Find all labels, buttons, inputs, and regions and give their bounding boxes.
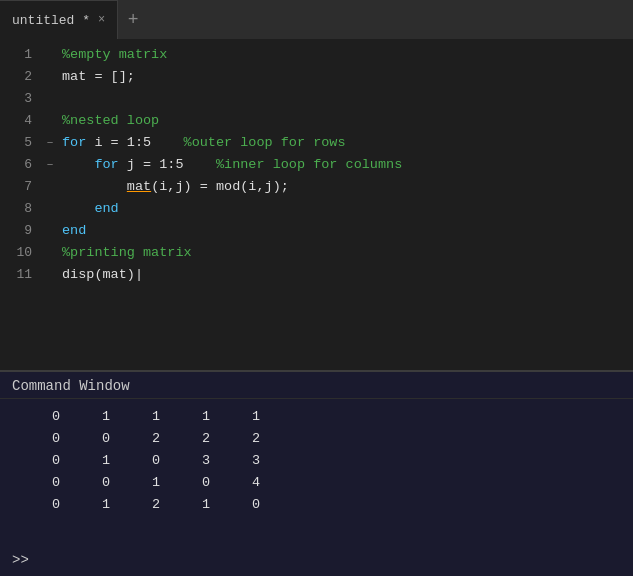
output-row: 01210 (20, 495, 633, 515)
output-cell: 0 (70, 429, 120, 449)
output-cell: 0 (20, 407, 70, 427)
line-5-content: for i = 1:5 %outer loop for rows (58, 132, 346, 154)
output-row: 00222 (20, 429, 633, 449)
line-2-content: mat = []; (58, 66, 135, 88)
code-line-9: 9 end (0, 220, 633, 242)
output-cell: 1 (220, 407, 270, 427)
output-cell: 0 (20, 429, 70, 449)
command-prompt[interactable]: >> (0, 544, 633, 576)
tab-label: untitled * (12, 13, 90, 28)
tab-bar: untitled * × + (0, 0, 633, 40)
output-cell: 2 (120, 495, 170, 515)
output-row: 00104 (20, 473, 633, 493)
line-9-content: end (58, 220, 86, 242)
code-line-4: 4 %nested loop (0, 110, 633, 132)
fold-5[interactable]: − (42, 132, 58, 154)
output-cell: 0 (70, 473, 120, 493)
output-row: 01033 (20, 451, 633, 471)
code-line-3: 3 (0, 88, 633, 110)
line-number-9: 9 (0, 220, 42, 242)
output-cell: 1 (120, 407, 170, 427)
command-window: Command Window 0111100222010330010401210… (0, 370, 633, 576)
tab-untitled[interactable]: untitled * × (0, 0, 118, 39)
command-output: 0111100222010330010401210 (0, 399, 633, 544)
line-8-content: end (58, 198, 119, 220)
line-11-content: disp(mat)| (58, 264, 143, 286)
output-cell: 0 (20, 473, 70, 493)
line-number-10: 10 (0, 242, 42, 264)
line-number-1: 1 (0, 44, 42, 66)
output-cell: 0 (120, 451, 170, 471)
code-line-1: 1 %empty matrix (0, 44, 633, 66)
output-cell: 3 (220, 451, 270, 471)
tab-add-button[interactable]: + (118, 0, 148, 39)
line-1-content: %empty matrix (58, 44, 167, 66)
command-window-title: Command Window (0, 372, 633, 399)
editor-area: 1 %empty matrix 2 mat = []; 3 4 %nested … (0, 40, 633, 370)
output-cell: 1 (170, 495, 220, 515)
code-line-7: 7 mat(i,j) = mod(i,j); (0, 176, 633, 198)
output-cell: 2 (220, 429, 270, 449)
output-cell: 4 (220, 473, 270, 493)
code-line-5: 5 − for i = 1:5 %outer loop for rows (0, 132, 633, 154)
code-line-11: 11 disp(mat)| (0, 264, 633, 286)
code-line-10: 10 %printing matrix (0, 242, 633, 264)
line-4-content: %nested loop (58, 110, 159, 132)
fold-6[interactable]: − (42, 154, 58, 176)
line-number-5: 5 (0, 132, 42, 154)
output-cell: 0 (20, 495, 70, 515)
output-cell: 0 (220, 495, 270, 515)
line-number-11: 11 (0, 264, 42, 286)
output-row: 01111 (20, 407, 633, 427)
output-cell: 0 (20, 451, 70, 471)
output-table: 0111100222010330010401210 (20, 407, 633, 515)
code-line-6: 6 − for j = 1:5 %inner loop for columns (0, 154, 633, 176)
line-number-4: 4 (0, 110, 42, 132)
output-cell: 3 (170, 451, 220, 471)
line-number-3: 3 (0, 88, 42, 110)
code-line-8: 8 end (0, 198, 633, 220)
line-7-content: mat(i,j) = mod(i,j); (58, 176, 289, 198)
output-cell: 1 (70, 451, 120, 471)
output-cell: 2 (120, 429, 170, 449)
output-cell: 1 (120, 473, 170, 493)
code-container: 1 %empty matrix 2 mat = []; 3 4 %nested … (0, 40, 633, 370)
code-line-2: 2 mat = []; (0, 66, 633, 88)
output-cell: 1 (170, 407, 220, 427)
tab-close-icon[interactable]: × (98, 13, 105, 27)
output-cell: 1 (70, 495, 120, 515)
line-10-content: %printing matrix (58, 242, 192, 264)
line-number-2: 2 (0, 66, 42, 88)
line-number-8: 8 (0, 198, 42, 220)
output-cell: 0 (170, 473, 220, 493)
output-cell: 1 (70, 407, 120, 427)
output-cell: 2 (170, 429, 220, 449)
line-number-6: 6 (0, 154, 42, 176)
line-number-7: 7 (0, 176, 42, 198)
line-6-content: for j = 1:5 %inner loop for columns (58, 154, 402, 176)
